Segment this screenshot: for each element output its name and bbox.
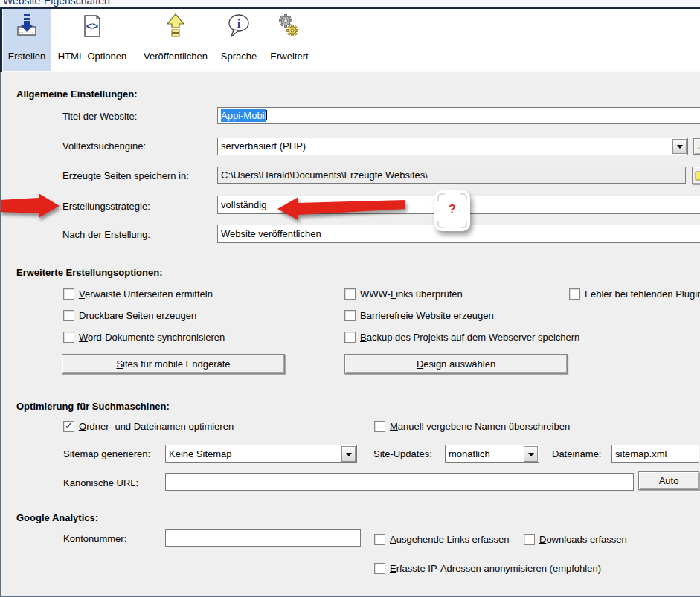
svg-text:i: i [237,16,241,30]
search-engine-value: serverbasiert (PHP) [221,141,306,152]
website-properties-dialog: Website-Eigenschaften Erstellen <> HTML-… [0,0,700,597]
checkbox-backup-label: Backup des Projekts auf dem Webserver sp… [360,332,579,343]
filename-input[interactable]: sitemap.xml [611,445,699,463]
corner-mark [460,193,467,201]
checkbox-accessible[interactable] [344,310,356,321]
save-folder-field[interactable]: C:\Users\Harald\Documents\Erzeugte Websi… [217,167,686,184]
section-advanced-heading: Erweiterte Erstellungsoptionen: [16,267,162,278]
site-title-input[interactable]: Appi-Mobil [217,107,700,124]
red-arrow-right-icon [0,193,60,218]
canonical-url-input[interactable] [165,473,634,491]
corner-mark [460,221,467,228]
checkbox-accessible-label: Barrierefreie Website erzeugen [360,311,494,321]
chevron-down-icon [346,453,352,456]
text-caret [266,110,267,120]
checkbox-anonymize-ip[interactable] [374,563,385,574]
publish-upload-icon [163,13,188,39]
tab-sprache[interactable]: i Sprache [217,9,260,71]
gears-icon [277,13,302,39]
site-title-label: Titel der Website: [62,112,137,122]
html-document-icon: <> [80,13,105,39]
toolbar: Erstellen <> HTML-Optionen Veröffentlich… [2,9,700,71]
question-mark-annotation: ? [434,190,470,231]
tab-html-optionen-label: HTML-Optionen [54,51,131,62]
section-seo-heading: Optimierung für Suchmaschinen: [16,401,170,412]
checkbox-anonymize-ip-label: Erfasste IP-Adressen anonymisieren (empf… [390,564,601,574]
checkbox-orphans[interactable] [63,288,74,300]
checkbox-manual-names[interactable] [374,421,385,432]
dropdown-arrow-button[interactable] [672,139,687,154]
sitemap-label: Sitemap generieren: [63,449,150,459]
account-number-label: Kontonummer: [63,534,126,544]
auto-button[interactable]: Auto [638,471,699,490]
checkbox-printable-label: Druckbare Seiten erzeugen [79,311,196,321]
checkbox-word-sync[interactable] [63,332,74,343]
after-build-value: Website veröffentlichen [221,228,321,239]
tab-erweitert-label: Erweitert [263,51,315,62]
strategy-value: vollständig [221,199,266,210]
site-updates-label: Site-Updates: [373,449,432,459]
checkbox-optimize-names-label: Ordner- und Dateinamen optimieren [79,422,234,432]
save-folder-browse-button[interactable] [692,167,700,184]
choose-design-button[interactable]: Design auswählen [344,354,568,374]
site-updates-select[interactable]: monatlich [445,445,539,463]
corner-mark [437,221,445,228]
checkbox-www-links-label: WWW-Links überprüfen [360,289,463,300]
checkbox-manual-names-label: Manuell vergebene Namen überschreiben [390,422,570,432]
selected-text: Appi-Mobil [221,109,266,122]
checkbox-downloads-label: Downloads erfassen [539,535,627,545]
checkbox-plugin-errors[interactable] [569,288,580,300]
tab-erweitert[interactable]: Erweitert [263,9,315,71]
window-border-left [0,72,1,597]
tab-erstellen-label: Erstellen [3,51,51,62]
mobile-sites-button[interactable]: Sites für mobile Endgeräte [62,354,285,374]
tab-veroeffentlichen[interactable]: Veröffentlichen [134,9,217,71]
tab-veroeffentlichen-label: Veröffentlichen [134,51,217,62]
checkbox-optimize-names[interactable] [63,421,74,432]
chevron-down-icon [528,453,534,456]
question-mark-text: ? [434,203,470,216]
account-number-input[interactable] [165,529,361,547]
build-download-icon [14,13,39,39]
checkbox-plugin-errors-label: Fehler bei fehlenden Plugins [585,289,700,300]
checkbox-outbound-links-label: Ausgehende Links erfassen [390,535,509,545]
tab-erstellen[interactable]: Erstellen [3,9,51,71]
save-folder-label: Erzeugte Seiten speichern in: [62,171,189,181]
checkbox-downloads[interactable] [524,534,535,545]
tab-sprache-label: Sprache [217,51,260,62]
checkbox-www-links[interactable] [344,288,356,300]
search-engine-select[interactable]: serverbasiert (PHP) [217,138,688,155]
save-folder-value: C:\Users\Harald\Documents\Erzeugte Websi… [221,170,428,181]
search-engine-label: Volltextsuchengine: [62,141,146,152]
strategy-label: Erstellungsstrategie: [62,201,150,212]
toolbar-divider-highlight [0,71,700,72]
sitemap-value: Keine Sitemap [169,448,232,459]
filename-value: sitemap.xml [615,448,667,459]
checkbox-word-sync-label: Word-Dokumente synchronisieren [79,332,225,343]
checkbox-printable[interactable] [63,310,74,321]
svg-text:<>: <> [86,20,98,32]
search-engine-browse-button[interactable]: ... [693,138,700,155]
filename-label: Dateiname: [552,449,601,459]
speech-bubble-info-icon: i [226,13,251,39]
tab-html-optionen[interactable]: <> HTML-Optionen [54,9,131,71]
chevron-down-icon [677,145,683,149]
titlebar: Website-Eigenschaften [0,0,700,7]
dropdown-arrow-button[interactable] [341,446,356,462]
after-build-label: Nach der Erstellung: [62,230,150,240]
window-title: Website-Eigenschaften [3,0,110,7]
section-analytics-heading: Google Analytics: [16,512,98,523]
edit-folder-icon [694,170,700,181]
canonical-url-label: Kanonische URL: [63,478,138,488]
sitemap-select[interactable]: Keine Sitemap [165,445,357,463]
site-updates-value: monatlich [449,448,490,459]
checkbox-backup[interactable] [344,332,356,343]
section-general-heading: Allgemeine Einstellungen: [16,88,138,100]
dropdown-arrow-button[interactable] [524,446,538,462]
window-border-left-top [0,7,2,72]
checkbox-outbound-links[interactable] [374,534,385,545]
checkbox-orphans-label: Verwaiste Unterseiten ermitteln [79,289,213,300]
corner-mark [437,193,445,201]
